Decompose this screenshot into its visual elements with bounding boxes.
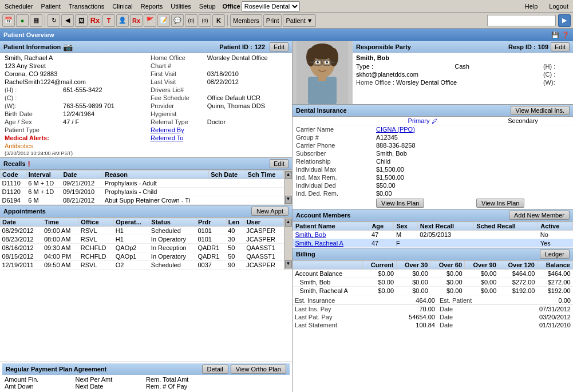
- toolbar-search-go[interactable]: ▶: [558, 14, 571, 27]
- menu-patient[interactable]: Patient: [38, 2, 64, 11]
- recall-row-2[interactable]: D6194 6 M 08/21/2012 Abut Supp Retainer …: [1, 196, 284, 205]
- appts-scroll-down[interactable]: ▼: [285, 260, 292, 268]
- referred-by-value: [205, 126, 290, 134]
- view-ins-plan-primary-button[interactable]: View Ins Plan: [376, 199, 424, 208]
- last-ins-pay-date-label: Date: [437, 305, 506, 314]
- appt-row-3[interactable]: 08/15/2012 04:00 PM RCHFLD QAOp1 In Oper…: [1, 252, 284, 261]
- resp-email: skhot@planetdds.com: [353, 70, 540, 78]
- overview-icon-save[interactable]: 💾: [551, 31, 559, 39]
- toolbar-btn-note[interactable]: 📝: [157, 14, 170, 27]
- recalls-scroll-down[interactable]: ▼: [285, 196, 292, 204]
- appt-2-len: 50: [226, 244, 244, 252]
- view-ins-plan-secondary-button[interactable]: View Ins Plan: [476, 199, 524, 208]
- toolbar-btn-person[interactable]: 👤: [116, 14, 129, 27]
- appt-row-1[interactable]: 08/23/2012 08:00 AM RSVL H1 In Operatory…: [1, 235, 284, 244]
- last-visit-value: 08/22/2012: [205, 78, 290, 86]
- menu-setup[interactable]: Setup: [196, 2, 219, 11]
- recall-1-reason: Prophylaxis - Child: [103, 188, 209, 196]
- resp-party-header: Responsible Party Resp ID : 109 Edit: [353, 41, 573, 53]
- toolbar-btn-flag[interactable]: 🚩: [144, 14, 156, 27]
- toolbar-btn-img[interactable]: 🖼: [75, 14, 88, 27]
- toolbar-print[interactable]: Print: [263, 14, 282, 27]
- city-state-value: Corona, CO 92883: [2, 70, 144, 78]
- referred-to-label[interactable]: Referred To: [148, 134, 205, 142]
- view-ortho-plan-button[interactable]: View Ortho Plan: [231, 365, 286, 374]
- recall-1-date: 09/19/2010: [61, 188, 103, 196]
- patient-info-header: Patient Information 📷 Patient ID : 122 E…: [0, 41, 292, 53]
- toolbar-btn-rx2[interactable]: Rx: [130, 14, 143, 27]
- toolbar-btn-k[interactable]: K: [212, 14, 225, 27]
- appt-3-len: 50: [226, 252, 244, 261]
- camera-icon[interactable]: 📷: [63, 42, 73, 52]
- resp-party-edit-button[interactable]: Edit: [551, 42, 570, 52]
- member-1-next-recall: [417, 239, 474, 248]
- appt-row-2[interactable]: 08/16/2012 09:30 AM RCHFLD QAOp2 In Rece…: [1, 244, 284, 252]
- member-row-1[interactable]: Smith, Racheal A 47 F Yes: [293, 239, 573, 248]
- patient-photo: [293, 41, 353, 104]
- appointments-table: Date Time Office Operat... Status Prdr L…: [0, 217, 284, 270]
- appt-row-0[interactable]: 08/29/2012 09:00 AM RSVL H1 Scheduled 01…: [1, 227, 284, 235]
- appt-3-status: In Operatory: [149, 252, 196, 261]
- menu-transactions[interactable]: Transactions: [65, 2, 108, 11]
- billing-0-over120: $464.00: [499, 270, 537, 278]
- billing-col-over90: Over 90: [465, 261, 499, 270]
- toolbar-btn-sched[interactable]: 📅: [2, 14, 15, 27]
- account-members-title: Account Members: [296, 212, 350, 219]
- carrier-name-value[interactable]: CIGNA (PPO): [373, 125, 473, 133]
- recalls-edit-button[interactable]: Edit: [270, 159, 289, 168]
- appt-4-operat: O2: [114, 261, 149, 270]
- est-insurance-label: Est. Insurance: [293, 296, 380, 305]
- patient-type-label: Patient Type: [2, 126, 61, 134]
- menu-scheduler[interactable]: Scheduler: [1, 2, 37, 11]
- menu-logout[interactable]: Logout: [546, 2, 572, 11]
- menu-help[interactable]: Help: [521, 2, 542, 11]
- view-medical-ins-button[interactable]: View Medical Ins.: [511, 106, 570, 115]
- appts-scroll-up[interactable]: ▲: [285, 219, 292, 227]
- menu-clinical[interactable]: Clinical: [109, 2, 136, 11]
- toolbar-search-input[interactable]: [487, 15, 556, 26]
- toolbar-btn-new[interactable]: ●: [16, 14, 29, 27]
- toolbar-btn-chat[interactable]: 💬: [171, 14, 184, 27]
- toolbar-btn-refresh[interactable]: ↻: [48, 14, 60, 27]
- recalls-scroll-up[interactable]: ▲: [285, 171, 292, 179]
- billing-section: Billing Ledger Current Over 30 Over 60 O…: [293, 248, 573, 392]
- ledger-button[interactable]: Ledger: [540, 250, 570, 259]
- billing-col-label: [293, 261, 363, 270]
- patient-edit-button[interactable]: Edit: [270, 42, 289, 52]
- toolbar-btn-t[interactable]: T: [102, 14, 115, 27]
- appt-4-time: 09:50 AM: [42, 261, 79, 270]
- recall-row-0[interactable]: D1110 6 M + 1D 09/21/2012 Prophylaxis - …: [1, 179, 284, 188]
- member-row-0[interactable]: Smith, Bob 47 M 02/05/2013 No: [293, 231, 573, 239]
- menu-utilities[interactable]: Utilities: [167, 2, 194, 11]
- recall-row-1[interactable]: D1120 6 M + 1D 09/19/2010 Prophylaxis - …: [1, 188, 284, 196]
- appt-2-office: RCHFLD: [79, 244, 114, 252]
- referral-type-value: Doctor: [205, 118, 290, 126]
- appt-row-4[interactable]: 12/19/2011 09:50 AM RSVL O2 Scheduled 00…: [1, 261, 284, 270]
- toolbar-patient[interactable]: Patient ▼: [283, 14, 315, 27]
- menu-reports[interactable]: Reports: [137, 2, 167, 11]
- referred-by-label[interactable]: Referred By: [148, 126, 205, 134]
- office-select[interactable]: Roseville Dental: [242, 1, 300, 11]
- appt-3-prdr: QADR1: [196, 252, 226, 261]
- member-0-name[interactable]: Smith, Bob: [293, 231, 369, 239]
- recall-0-date: 09/21/2012: [61, 179, 103, 188]
- toolbar-members[interactable]: Members: [230, 14, 262, 27]
- subscriber-value: Smith, Bob: [373, 149, 473, 157]
- toolbar-btn-grid[interactable]: ▦: [30, 14, 42, 27]
- group-label: Group #: [293, 133, 373, 141]
- add-new-member-button[interactable]: Add New Member: [509, 211, 570, 220]
- detail-button[interactable]: Detail: [202, 365, 228, 374]
- toolbar-btn-zero2[interactable]: (0): [199, 14, 211, 27]
- relationship-value: Child: [373, 157, 473, 165]
- member-1-name[interactable]: Smith, Racheal A: [293, 239, 369, 248]
- overview-icon-help[interactable]: ❓: [562, 31, 570, 39]
- nickname-value: Smith, Rachael A: [2, 54, 144, 62]
- toolbar-btn-zero1[interactable]: (0): [185, 14, 197, 27]
- appt-3-user: QAASST1: [244, 252, 283, 261]
- appt-2-time: 09:30 AM: [42, 244, 79, 252]
- amt-down-label: Amt Down: [5, 383, 76, 390]
- toolbar-btn-rx[interactable]: Rx: [89, 14, 101, 27]
- appt-4-date: 12/19/2011: [1, 261, 42, 270]
- toolbar-btn-back[interactable]: ◀: [61, 14, 74, 27]
- new-appt-button[interactable]: New Appt: [251, 207, 289, 216]
